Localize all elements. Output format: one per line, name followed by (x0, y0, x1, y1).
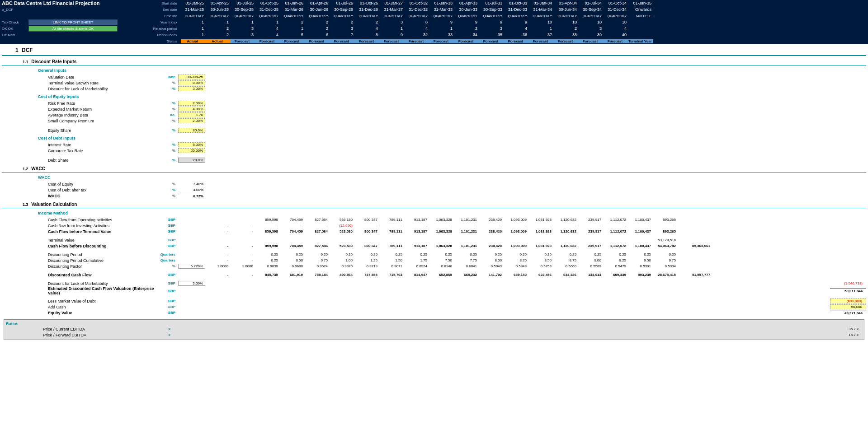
data-cell: - (255, 224, 280, 228)
data-cell: - (479, 224, 504, 228)
data-cell: 1.0000 (205, 264, 230, 268)
sheet-name: o_DCF (2, 8, 13, 12)
data-cell: 1,101,231 (454, 218, 479, 222)
data-cell: - (553, 224, 578, 228)
data-cell: - (404, 224, 429, 228)
data-cell: 0.75 (305, 258, 330, 262)
data-cell: 0.5753 (528, 264, 553, 268)
data-cell: 609,339 (603, 273, 628, 277)
data-cell: 789,111 (379, 244, 404, 248)
data-cell: 0.5660 (553, 264, 578, 268)
data-cell: 9.50 (628, 258, 653, 262)
data-cell: 639,140 (504, 273, 528, 277)
input-cell[interactable]: 20.00% (178, 148, 205, 153)
data-cell: 1,112,072 (603, 218, 628, 222)
data-cell: 800,347 (354, 218, 379, 222)
data-cell: 665,232 (454, 273, 479, 277)
data-cell: 1,100,437 (628, 229, 653, 233)
data-cell: 239,917 (578, 218, 603, 222)
data-cell: - (230, 224, 255, 228)
data-cell: 1,120,632 (553, 218, 578, 222)
data-cell: 1,063,328 (429, 244, 454, 248)
link-front-sheet[interactable]: LINK TO FRONT SHEET (28, 19, 118, 25)
data-cell: 238,420 (479, 218, 504, 222)
data-cell: 54,063,782 (653, 244, 678, 248)
data-cell: 0.25 (379, 252, 404, 256)
data-cell: 0.25 (653, 252, 678, 256)
data-cell: - (628, 224, 653, 228)
data-cell: 1,100,437 (628, 244, 653, 248)
data-cell: 0.9370 (330, 264, 354, 268)
checks-status[interactable]: All file checks & alerts OK (28, 26, 118, 32)
data-cell: 28,675,415 (653, 273, 678, 277)
input-cell[interactable]: 2.00% (178, 118, 205, 123)
data-cell: 634,326 (553, 273, 578, 277)
section-valuation: 1.3 Valuation Calculation (2, 201, 866, 208)
data-cell: 1,093,009 (504, 244, 528, 248)
data-cell: 0.25 (404, 252, 429, 256)
data-cell: 1,081,928 (528, 218, 553, 222)
data-cell: 1,120,632 (553, 244, 578, 248)
data-cell: 523,530 (330, 229, 354, 233)
input-cell[interactable]: 2.00% (178, 101, 205, 106)
data-cell: 0.5569 (578, 264, 603, 268)
data-cell: 859,598 (255, 218, 280, 222)
data-cell: 133,613 (578, 273, 603, 277)
data-cell: - (653, 224, 678, 228)
section-discount-inputs: 1.1 Discount Rate Inputs (2, 59, 866, 65)
data-cell: 523,530 (330, 244, 354, 248)
hdr-startdate-lbl: Start date (118, 1, 181, 5)
input-cell[interactable]: 3.00% (178, 86, 205, 91)
data-cell: 814,947 (404, 273, 429, 277)
data-cell: 8.25 (504, 258, 528, 262)
data-cell: - (504, 224, 528, 228)
data-cell: 7.75 (454, 258, 479, 262)
data-cell: 0.5304 (653, 264, 678, 268)
input-cell[interactable]: 1.70 (178, 112, 205, 117)
data-cell: 490,564 (330, 273, 354, 277)
data-cell: 859,598 (255, 229, 280, 233)
data-cell: - (205, 224, 230, 228)
data-cell: - (205, 252, 230, 256)
data-cell: 800,347 (354, 244, 379, 248)
data-cell: 8.50 (528, 258, 553, 262)
data-cell: 0.9219 (354, 264, 379, 268)
data-cell: - (305, 224, 330, 228)
input-cell[interactable]: 4.00% (178, 107, 205, 112)
data-cell: 238,420 (479, 244, 504, 248)
data-cell: 1,112,072 (603, 244, 628, 248)
data-cell: - (578, 224, 603, 228)
data-cell: 788,184 (305, 273, 330, 277)
data-cell: 913,187 (404, 218, 429, 222)
data-cell: - (528, 224, 553, 228)
data-cell: 53,170,518 (653, 238, 678, 242)
data-cell: 0.5848 (504, 264, 528, 268)
data-cell: 0.50 (280, 258, 305, 262)
input-cell[interactable]: 5.00% (178, 142, 205, 147)
data-cell: 1,120,632 (553, 229, 578, 233)
data-cell: - (230, 244, 255, 248)
input-cell[interactable]: 30-Jun-25 (178, 75, 205, 79)
input-cell[interactable]: 0.00% (178, 80, 205, 85)
data-cell: 0.5943 (479, 264, 504, 268)
data-cell: 0.25 (255, 258, 280, 262)
data-cell: 1,101,231 (454, 229, 479, 233)
data-cell: - (205, 258, 230, 262)
data-cell: 1,101,231 (454, 244, 479, 248)
data-cell: 0.9839 (255, 264, 280, 268)
data-cell: 1.25 (354, 258, 379, 262)
data-cell: 1,100,437 (628, 218, 653, 222)
data-cell: 789,111 (379, 218, 404, 222)
data-cell: 859,598 (255, 244, 280, 248)
data-cell: 0.5391 (628, 264, 653, 268)
data-cell: 0.25 (280, 252, 305, 256)
data-cell: 9.75 (653, 258, 678, 262)
equity-share[interactable]: 80.0% (178, 128, 205, 133)
data-cell: 704,459 (280, 218, 305, 222)
data-cell: 893,265 (653, 218, 678, 222)
data-cell: 704,459 (280, 244, 305, 248)
data-cell: 1.00 (330, 258, 354, 262)
data-cell: 1,081,928 (528, 229, 553, 233)
data-cell: 0.25 (504, 252, 528, 256)
data-cell: 0.6041 (454, 264, 479, 268)
